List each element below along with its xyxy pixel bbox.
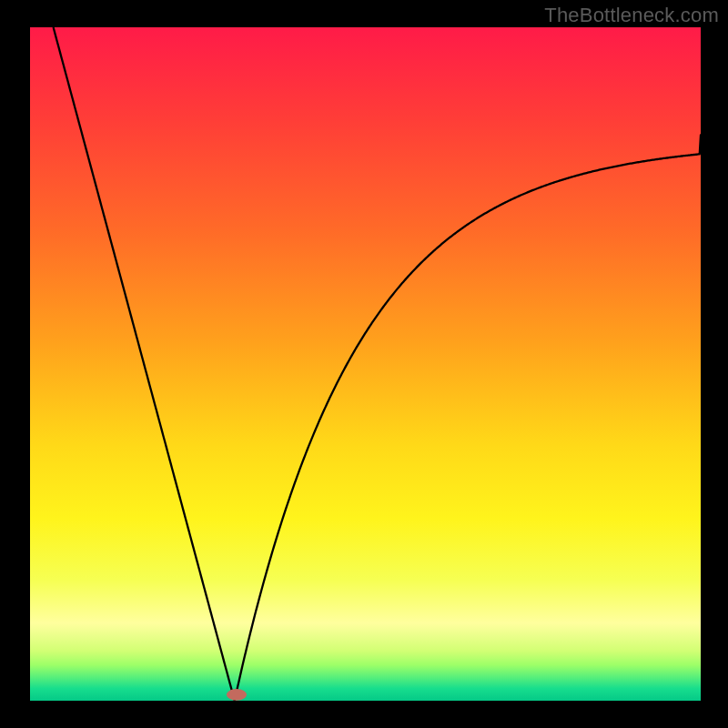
watermark-text: TheBottleneck.com bbox=[544, 4, 719, 27]
chart-container: TheBottleneck.com bbox=[0, 0, 728, 728]
chart-svg bbox=[0, 0, 728, 728]
optimal-point-marker bbox=[227, 689, 247, 701]
gradient-background bbox=[30, 27, 701, 701]
